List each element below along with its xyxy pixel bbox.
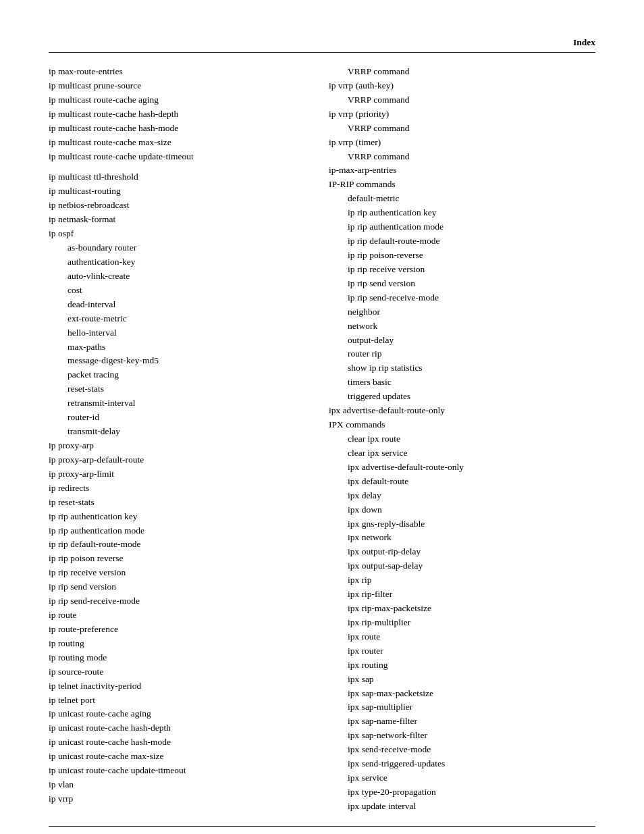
list-item: ipx rip	[329, 573, 595, 588]
list-item: ip netmask-format	[49, 213, 308, 227]
list-item: ipx service	[329, 771, 595, 785]
list-item: ip multicast ttl-threshold	[49, 170, 308, 184]
list-item: ip unicast route-cache aging	[49, 707, 308, 721]
list-item: ip rip send version	[49, 580, 308, 594]
list-item: ip unicast route-cache hash-depth	[49, 721, 308, 735]
list-item: ipx network	[329, 531, 595, 545]
list-item: ip multicast route-cache update-timeout	[49, 150, 308, 164]
left-column: ip max-route-entriesip multicast prune-s…	[49, 65, 322, 814]
list-item: ip rip poison reverse	[49, 552, 308, 566]
list-item: ip multicast route-cache hash-depth	[49, 107, 308, 122]
list-item: ipx route	[329, 630, 595, 644]
list-item: IPX commands	[329, 418, 595, 432]
list-item: ipx sap-name-filter	[329, 714, 595, 729]
list-item: ipx type-20-propagation	[329, 785, 595, 800]
list-item: triggered updates	[329, 390, 595, 404]
list-item: ip proxy-arp-default-route	[49, 453, 308, 467]
list-item: ip multicast route-cache aging	[49, 93, 308, 107]
page: Index ip max-route-entriesip multicast p…	[0, 0, 644, 834]
content-columns: ip max-route-entriesip multicast prune-s…	[49, 65, 595, 814]
list-item: as-boundary router	[49, 241, 308, 255]
list-item: ip reset-stats	[49, 496, 308, 510]
list-item: router-id	[49, 411, 308, 425]
list-item: router rip	[329, 347, 595, 361]
list-item: ip multicast-routing	[49, 184, 308, 199]
list-item: ip unicast route-cache hash-mode	[49, 735, 308, 750]
list-item: ip telnet inactivity-period	[49, 679, 308, 694]
list-item: ipx delay	[329, 489, 595, 503]
list-item: ip route	[49, 608, 308, 623]
list-item: ipx advertise-default-route-only	[329, 461, 595, 475]
list-item: ipx send-receive-mode	[329, 743, 595, 757]
list-item: ip routing mode	[49, 651, 308, 665]
list-item: packet tracing	[49, 368, 308, 382]
list-item: ip proxy-arp-limit	[49, 467, 308, 481]
list-item: ipx send-triggered-updates	[329, 757, 595, 771]
right-column: VRRP commandip vrrp (auth-key)VRRP comma…	[322, 65, 595, 814]
list-item: VRRP command	[329, 150, 595, 164]
list-item: ipx sap	[329, 673, 595, 687]
list-item: ipx routing	[329, 658, 595, 673]
list-item: cost	[49, 284, 308, 298]
list-item: ip vrrp (timer)	[329, 136, 595, 150]
list-item: clear ipx route	[329, 432, 595, 446]
list-item: ip rip poison-reverse	[329, 249, 595, 263]
list-item: ipx sap-network-filter	[329, 729, 595, 743]
list-item: ipx sap-multiplier	[329, 700, 595, 714]
list-item: ipx rip-multiplier	[329, 616, 595, 630]
list-item: ip unicast route-cache max-size	[49, 750, 308, 764]
list-item: ip vrrp (priority)	[329, 107, 595, 122]
list-item: ipx gns-reply-disable	[329, 517, 595, 531]
list-item: ip multicast route-cache max-size	[49, 136, 308, 150]
list-item: ip proxy-arp	[49, 439, 308, 453]
list-item: transmit-delay	[49, 425, 308, 439]
list-item: ip multicast prune-source	[49, 79, 308, 93]
list-item: ipx default-route	[329, 475, 595, 489]
list-item: ipx output-sap-delay	[329, 559, 595, 573]
list-item: ip routing	[49, 637, 308, 651]
list-item: ipx rip-filter	[329, 588, 595, 602]
list-item: ip multicast route-cache hash-mode	[49, 122, 308, 136]
list-item: ip ospf	[49, 227, 308, 241]
list-item: ip rip receive version	[329, 263, 595, 277]
list-item: output-delay	[329, 334, 595, 348]
list-item: message-digest-key-md5	[49, 354, 308, 368]
list-item: ipx down	[329, 503, 595, 517]
list-item: VRRP command	[329, 122, 595, 136]
list-item: ip redirects	[49, 481, 308, 496]
list-item: ip telnet port	[49, 694, 308, 708]
list-item: timers basic	[329, 375, 595, 390]
list-item: auto-vlink-create	[49, 269, 308, 284]
list-item: ip rip send version	[329, 277, 595, 291]
list-item: ip vrrp	[49, 792, 308, 806]
list-item: ipx update interval	[329, 800, 595, 814]
list-item: ip max-route-entries	[49, 65, 308, 79]
list-item: ip rip authentication key	[329, 206, 595, 220]
index-title: Index	[573, 37, 595, 48]
list-item	[49, 163, 308, 170]
list-item: ext-route-metric	[49, 312, 308, 326]
list-item: ip rip receive version	[49, 566, 308, 580]
list-item: ip netbios-rebroadcast	[49, 199, 308, 213]
list-item: ipx output-rip-delay	[329, 545, 595, 559]
list-item: ip vlan	[49, 778, 308, 792]
list-item: VRRP command	[329, 65, 595, 79]
list-item: show ip rip statistics	[329, 361, 595, 375]
list-item: ip route-preference	[49, 623, 308, 637]
list-item: ip rip send-receive-mode	[329, 291, 595, 305]
list-item: ip source-route	[49, 665, 308, 679]
list-item: authentication-key	[49, 255, 308, 269]
list-item: ip unicast route-cache update-timeout	[49, 764, 308, 778]
list-item: ipx sap-max-packetsize	[329, 687, 595, 701]
list-item: ip rip default-route-mode	[329, 234, 595, 249]
list-item: ip-max-arp-entries	[329, 163, 595, 178]
bottom-rule	[49, 826, 595, 827]
list-item: dead-interval	[49, 298, 308, 312]
top-rule	[49, 52, 595, 53]
list-item: ip rip authentication key	[49, 510, 308, 524]
list-item: network	[329, 319, 595, 334]
list-item: clear ipx service	[329, 446, 595, 461]
list-item: ip rip authentication mode	[329, 220, 595, 234]
list-item: default-metric	[329, 192, 595, 206]
list-item: max-paths	[49, 340, 308, 355]
